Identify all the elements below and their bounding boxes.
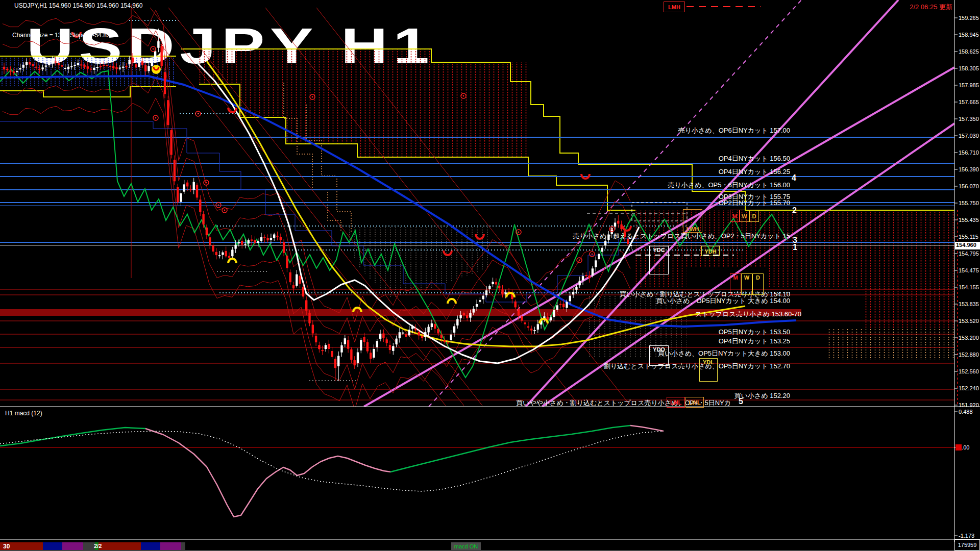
m1-chip: M [730, 210, 740, 222]
wave-number-1: 1 [793, 243, 797, 252]
price-axis-tick: 158.945 [959, 32, 979, 38]
price-axis-tick: 156.070 [959, 183, 979, 189]
order-annotation: 売り小さめ・超えるとストップロス買い小さめ、OP2・5日NYカット 15 [573, 232, 790, 241]
price-axis-tick: 153.520 [959, 318, 979, 324]
price-axis-tick: 154.155 [959, 284, 979, 290]
last-update-timestamp: 2/2 06:25 更新 [910, 3, 952, 12]
price-axis-tick: 158.305 [959, 65, 979, 71]
mt4-chart-window: USDJPY H1 USDJPY,H1 154.960 154.960 154.… [0, 0, 980, 551]
timeline-segment[interactable] [62, 542, 83, 550]
ydh-chip: YDH [701, 246, 720, 256]
d2-chip: D [752, 273, 764, 295]
macd-line-segment [630, 425, 664, 431]
m2-chip: M [730, 273, 741, 295]
axis-corner-value: 175959 [954, 539, 980, 550]
buy-hook-marker [448, 299, 456, 304]
channel-indicator-readout: Channel size = 1375 Slope = -54.83 [12, 32, 110, 39]
ydl-chip: YDL [699, 358, 718, 382]
order-annotation: 買い小さめ、OP5日NYカット大きめ 153.00 [658, 349, 790, 358]
d1-chip: D [749, 210, 759, 222]
timeline-segment[interactable] [43, 542, 62, 550]
bar-count-label: 30 [3, 543, 10, 550]
timeline-segment[interactable] [181, 542, 185, 550]
price-axis-tick: 151.920 [959, 402, 979, 408]
ichimoku-cloud [827, 329, 954, 360]
price-axis-tick: 158.625 [959, 48, 979, 55]
lmh-chip: LMH [664, 2, 685, 12]
timeline-segment[interactable] [141, 542, 160, 550]
price-axis-tick: 153.200 [959, 335, 979, 341]
main-chart-pane[interactable] [0, 0, 954, 410]
macd-line-segment [0, 428, 145, 446]
wave-number-5: 5 [739, 397, 743, 406]
lwh-chip: LWH [683, 209, 702, 233]
lml-chip: LML [667, 397, 685, 408]
w2-chip: W [741, 273, 752, 295]
price-axis-tick: 152.560 [959, 368, 979, 374]
order-annotation: OP4日NYカット 153.25 [719, 337, 790, 346]
order-annotation: OP4日NYカット 156.50 [719, 154, 790, 163]
price-axis-tick: 156.390 [959, 166, 979, 172]
order-annotation: OP2日NYカット 155.70 [719, 198, 790, 208]
lwl-chip: LWL [685, 397, 704, 408]
macd-indicator-label: H1 macd (12) [5, 410, 42, 417]
price-axis-tick: 157.030 [959, 133, 979, 139]
price-axis-tick: 157.985 [959, 82, 979, 88]
order-annotation: ストップロス売り小さめ 153.60-70 [695, 310, 801, 319]
senkou-step-line [0, 87, 176, 97]
current-price-tag: 154.960 [955, 242, 980, 249]
order-annotation: OP4日NYカット 156.25 [719, 167, 790, 177]
order-annotation: 売り小さめ、OP5・6日NYカット 156.00 [668, 181, 790, 190]
order-annotation: OP5日NYカット 153.50 [719, 328, 790, 337]
chart-canvas[interactable] [0, 0, 980, 551]
macd-axis-tick: 0.488 [959, 409, 973, 415]
timeline-segment[interactable] [160, 542, 181, 550]
macd-toggle-chip[interactable]: macd ON [451, 542, 481, 550]
price-axis-tick: 152.880 [959, 352, 979, 358]
macd-line-segment [390, 425, 630, 472]
price-axis-tick: 156.710 [959, 149, 979, 156]
buy-hook-marker [228, 259, 236, 263]
wave-number-4: 4 [792, 173, 796, 183]
price-axis-tick: 157.350 [959, 116, 979, 122]
price-axis-tick: 154.475 [959, 267, 979, 273]
macd-pane[interactable] [0, 425, 954, 517]
timeline-segment[interactable] [83, 542, 95, 550]
w1-chip: W [740, 210, 749, 222]
price-axis-tick: 154.795 [959, 251, 979, 257]
price-axis-tick: 157.665 [959, 99, 979, 105]
wave-number-2: 2 [792, 206, 797, 215]
order-annotation: 割り込むとストップロス売り小さめ、OP5日NYカット 152.70 [604, 362, 790, 371]
timeline-segment[interactable] [99, 542, 141, 550]
ichimoku-cloud [199, 49, 528, 157]
macd-signal-line [0, 431, 664, 491]
bar-date-label: 2/2 [94, 543, 102, 549]
price-axis-tick: 153.835 [959, 301, 979, 307]
price-axis-tick: 159.265 [959, 15, 979, 21]
ydo-chip: YDO [649, 345, 669, 366]
price-axis-tick: 152.240 [959, 385, 979, 391]
order-annotation: 買い小さめ、OP5日NYカット 大きめ 154.00 [656, 296, 791, 306]
ydc-chip: YDC [649, 246, 669, 274]
macd-axis-tick: -1.173 [959, 533, 974, 539]
price-axis-tick: 155.750 [959, 200, 979, 206]
symbol-ohlc-readout: USDJPY,H1 154.960 154.960 154.960 154.96… [14, 2, 142, 9]
macd-zero-marker [955, 444, 962, 450]
price-axis-tick: 155.115 [959, 234, 978, 240]
macd-line-segment [145, 429, 390, 517]
order-annotation: 売り小さめ、OP6日NYカット 157.00 [678, 126, 790, 135]
price-axis-tick: 155.435 [959, 217, 979, 223]
